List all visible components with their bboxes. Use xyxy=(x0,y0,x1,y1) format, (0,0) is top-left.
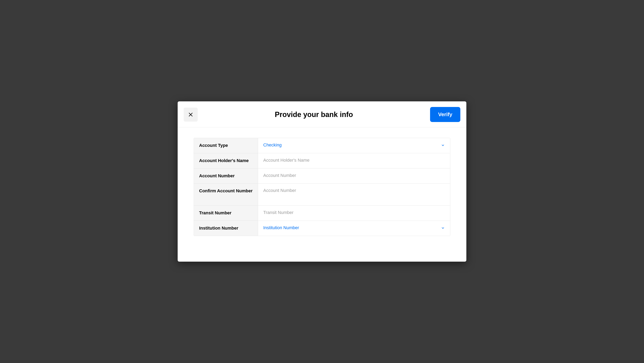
label-account-type: Account Type xyxy=(194,138,258,153)
modal-header: Provide your bank info Verify xyxy=(178,101,466,127)
close-button[interactable] xyxy=(184,108,198,122)
account-number-input[interactable] xyxy=(263,173,445,178)
row-transit-number: Transit Number xyxy=(194,206,450,221)
institution-number-placeholder: Institution Number xyxy=(263,225,441,230)
bank-info-modal: Provide your bank info Verify Account Ty… xyxy=(178,101,466,262)
transit-number-input[interactable] xyxy=(263,210,445,215)
label-institution-number: Institution Number xyxy=(194,221,258,236)
confirm-account-number-input[interactable] xyxy=(263,188,445,193)
chevron-down-icon xyxy=(441,226,445,230)
label-confirm-account-number: Confirm Account Number xyxy=(194,184,258,205)
page-title: Provide your bank info xyxy=(198,110,430,119)
row-institution-number: Institution Number Institution Number xyxy=(194,221,450,236)
verify-button[interactable]: Verify xyxy=(430,107,460,122)
label-account-number: Account Number xyxy=(194,168,258,184)
row-account-type: Account Type Checking xyxy=(194,138,450,153)
form-area: Account Type Checking Account Holder's N… xyxy=(178,127,466,246)
form-table: Account Type Checking Account Holder's N… xyxy=(194,138,450,236)
cell-confirm-account-number xyxy=(258,184,450,205)
select-account-type[interactable]: Checking xyxy=(258,138,450,153)
row-confirm-account-number: Confirm Account Number xyxy=(194,184,450,206)
row-account-number: Account Number xyxy=(194,168,450,184)
cell-account-number xyxy=(258,168,450,184)
select-institution-number[interactable]: Institution Number xyxy=(258,221,450,236)
close-icon xyxy=(188,112,193,117)
cell-account-holder-name xyxy=(258,153,450,168)
label-account-holder-name: Account Holder's Name xyxy=(194,153,258,168)
cell-transit-number xyxy=(258,206,450,221)
row-account-holder-name: Account Holder's Name xyxy=(194,153,450,168)
account-type-value: Checking xyxy=(263,142,441,148)
label-transit-number: Transit Number xyxy=(194,206,258,221)
account-holder-name-input[interactable] xyxy=(263,158,445,163)
chevron-down-icon xyxy=(441,143,445,147)
